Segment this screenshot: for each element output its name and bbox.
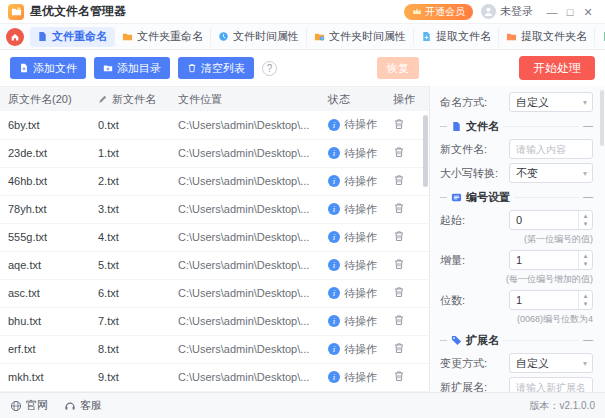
- support-link[interactable]: 客服: [64, 398, 102, 413]
- delete-row-button[interactable]: [393, 146, 405, 158]
- table-row[interactable]: mkh.txt 9.txt C:\Users\admin\Desktop\...…: [0, 363, 429, 391]
- login-label[interactable]: 未登录: [500, 4, 533, 19]
- table-row[interactable]: 555g.txt 4.txt C:\Users\admin\Desktop\..…: [0, 223, 429, 251]
- start-number-stepper[interactable]: 0 ▴▾: [509, 210, 593, 230]
- table-row[interactable]: 6by.txt 0.txt C:\Users\admin\Desktop\...…: [0, 111, 429, 139]
- collapse-icon[interactable]: —: [583, 121, 593, 131]
- support-label: 客服: [80, 398, 102, 413]
- cell-path: C:\Users\admin\Desktop\...: [170, 139, 320, 167]
- table-row[interactable]: 46hb.txt 2.txt C:\Users\admin\Desktop\..…: [0, 167, 429, 195]
- table-row[interactable]: erf.txt 8.txt C:\Users\admin\Desktop\...…: [0, 335, 429, 363]
- cell-status: i 待操作: [320, 307, 385, 335]
- tab-extract-filename[interactable]: 提取文件名: [413, 27, 498, 47]
- new-extension-input[interactable]: [509, 377, 593, 392]
- delete-row-button[interactable]: [393, 174, 405, 186]
- delete-row-button[interactable]: [393, 342, 405, 354]
- table-row[interactable]: 78yh.txt 3.txt C:\Users\admin\Desktop\..…: [0, 195, 429, 223]
- info-icon: i: [328, 203, 340, 215]
- cell-path: C:\Users\admin\Desktop\...: [170, 251, 320, 279]
- trash-icon: [393, 286, 405, 298]
- digits-value: 1: [516, 294, 522, 306]
- change-mode-select[interactable]: 自定义 ▾: [509, 353, 593, 373]
- stepper-up-icon[interactable]: ▴: [584, 252, 588, 260]
- minimize-button[interactable]: —: [543, 0, 561, 24]
- numbering-icon: [451, 192, 462, 203]
- help-icon[interactable]: ?: [262, 61, 277, 76]
- change-mode-value: 自定义: [516, 356, 549, 371]
- digits-stepper[interactable]: 1 ▴▾: [509, 290, 593, 310]
- home-button[interactable]: [6, 28, 24, 46]
- stepper-up-icon[interactable]: ▴: [584, 212, 588, 220]
- close-button[interactable]: ✕: [579, 0, 597, 24]
- vip-button[interactable]: 开通会员: [404, 4, 473, 20]
- tab-extract-foldername[interactable]: 提取文件夹名: [498, 27, 594, 47]
- table-scrollbar[interactable]: [422, 113, 428, 390]
- table-row[interactable]: aqe.txt 5.txt C:\Users\admin\Desktop\...…: [0, 251, 429, 279]
- panel-scrollbar[interactable]: [600, 90, 604, 146]
- delete-row-button[interactable]: [393, 258, 405, 270]
- stepper-down-icon[interactable]: ▾: [584, 300, 588, 308]
- status-label: 待操作: [344, 174, 377, 189]
- tab-label: 提取文件名: [436, 29, 491, 44]
- increment-stepper[interactable]: 1 ▴▾: [509, 250, 593, 270]
- stepper-down-icon[interactable]: ▾: [584, 260, 588, 268]
- section-dash: [440, 126, 447, 127]
- col-new-name: 新文件名: [90, 87, 170, 111]
- tab-batch-create[interactable]: 批量创建文件: [594, 27, 605, 47]
- stepper-up-icon[interactable]: ▴: [584, 292, 588, 300]
- change-mode-label: 变更方式:: [440, 356, 487, 371]
- delete-row-button[interactable]: [393, 370, 405, 382]
- collapse-icon[interactable]: —: [583, 192, 593, 202]
- website-link[interactable]: 官网: [10, 398, 48, 413]
- scrollbar-thumb[interactable]: [423, 115, 428, 187]
- extract-filename-icon: [421, 31, 432, 42]
- cell-new-name: 5.txt: [90, 251, 170, 279]
- file-table: 原文件名(20) 新文件名 文件位置 状态 操作 6by.tx: [0, 86, 429, 392]
- case-convert-select[interactable]: 不变 ▾: [509, 163, 593, 183]
- new-filename-input[interactable]: [509, 139, 593, 159]
- tab-label: 文件夹时间属性: [329, 29, 406, 44]
- naming-mode-select[interactable]: 自定义 ▾: [509, 92, 593, 112]
- digits-hint: (0068)编号位数为4: [440, 313, 593, 326]
- info-icon: i: [328, 119, 340, 131]
- extension-section-header: 扩展名 —: [440, 333, 593, 347]
- collapse-icon[interactable]: —: [583, 335, 593, 345]
- tab-file-rename[interactable]: 文件重命名: [30, 27, 114, 47]
- maximize-button[interactable]: □: [561, 0, 579, 24]
- cell-new-name: 7.txt: [90, 307, 170, 335]
- clear-list-button[interactable]: 清空列表: [178, 57, 254, 79]
- table-row[interactable]: asc.txt 6.txt C:\Users\admin\Desktop\...…: [0, 279, 429, 307]
- section-title: 扩展名: [466, 333, 499, 348]
- add-directory-button[interactable]: 添加目录: [94, 57, 170, 79]
- tab-file-time[interactable]: 文件时间属性: [210, 27, 306, 47]
- cell-new-name: 0.txt: [90, 111, 170, 139]
- start-processing-button[interactable]: 开始处理: [519, 56, 595, 80]
- chevron-down-icon: ▾: [578, 359, 592, 368]
- avatar[interactable]: [481, 4, 496, 19]
- table-row[interactable]: bhu.txt 7.txt C:\Users\admin\Desktop\...…: [0, 307, 429, 335]
- delete-row-button[interactable]: [393, 230, 405, 242]
- cell-status: i 待操作: [320, 251, 385, 279]
- delete-row-button[interactable]: [393, 118, 405, 130]
- naming-mode-value: 自定义: [516, 95, 549, 110]
- info-icon: i: [328, 231, 340, 243]
- vip-label: 开通会员: [425, 5, 465, 19]
- trash-icon: [393, 370, 405, 382]
- delete-row-button[interactable]: [393, 202, 405, 214]
- info-icon: i: [328, 315, 340, 327]
- delete-row-button[interactable]: [393, 286, 405, 298]
- cell-old-name: asc.txt: [0, 279, 90, 307]
- stepper-down-icon[interactable]: ▾: [584, 220, 588, 228]
- status-label: 待操作: [344, 202, 377, 217]
- cell-status: i 待操作: [320, 139, 385, 167]
- table-row[interactable]: 23de.txt 1.txt C:\Users\admin\Desktop\..…: [0, 139, 429, 167]
- restore-button[interactable]: 恢复: [377, 57, 419, 79]
- tab-folder-time[interactable]: 文件夹时间属性: [306, 27, 413, 47]
- delete-row-button[interactable]: [393, 314, 405, 326]
- trash-icon: [393, 118, 405, 130]
- cell-old-name: erf.txt: [0, 335, 90, 363]
- col-action: 操作: [385, 87, 429, 111]
- add-file-button[interactable]: 添加文件: [10, 57, 86, 79]
- cell-path: C:\Users\admin\Desktop\...: [170, 307, 320, 335]
- tab-folder-rename[interactable]: 文件夹重命名: [114, 27, 210, 47]
